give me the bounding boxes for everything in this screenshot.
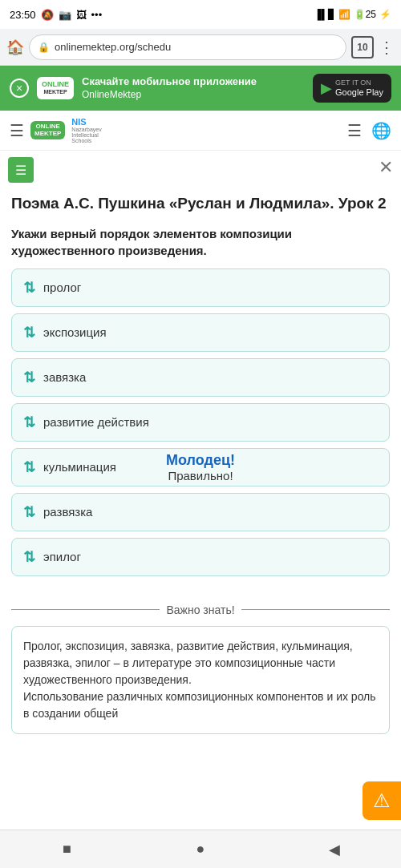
drag-icon: ⇅ [23,369,35,386]
site-nav-right: ☰ 🌐 [347,121,391,140]
answer-item-culmination[interactable]: ⇅ кульминация Молодец! Правильно! [11,448,390,486]
banner-close-button[interactable]: × [10,79,29,98]
nis-logo-block: NIS NazarbayevIntellectualSchools [71,117,101,143]
photo-icon: 📷 [59,9,71,21]
app-banner: × ONLINE MEKTEP Скачайте мобильное прило… [0,66,401,111]
banner-logo: ONLINE MEKTEP [37,77,74,99]
content-header-row: ☰ ✕ [0,151,401,189]
url-bar[interactable]: 🔒 onlinemektep.org/schedu [29,34,346,60]
site-navigation: ☰ ONLINE MEKTEP NIS NazarbayevIntellectu… [0,111,401,151]
time-display: 23:50 [10,9,36,21]
divider-line-right [241,609,390,610]
drag-icon: ⇅ [23,324,35,341]
site-nav-left: ☰ ONLINE MEKTEP NIS NazarbayevIntellectu… [10,117,102,143]
menu-lines-icon[interactable]: ☰ [10,121,24,140]
important-divider: Важно знать! [11,604,390,616]
play-store-icon: ▶ [321,79,332,97]
banner-text: Скачайте мобильное приложение OnlineMekt… [82,75,305,101]
answer-label: завязка [43,370,86,384]
answer-label: развитие действия [43,415,149,429]
site-logo: ONLINE MEKTEP [30,121,65,140]
drag-icon: ⇅ [23,503,35,521]
wifi-icon: 📶 [338,9,350,20]
more-dots: ••• [91,9,103,21]
answer-item[interactable]: ⇅ завязка [11,358,390,397]
congrats-pravilno: Правильно! [166,469,235,482]
answer-label: экспозиция [43,325,107,339]
congratulations-overlay: Молодец! Правильно! [166,452,235,482]
google-play-text: GET IT ON Google Play [335,79,383,98]
lock-icon: 🔒 [38,42,50,53]
important-text: Пролог, экспозиция, завязка, развитие де… [23,640,376,720]
recents-button[interactable]: ■ [51,834,83,866]
signal-icon: ▐▌▊ [314,9,335,20]
answer-item[interactable]: ⇅ пролог [11,268,390,307]
more-options-icon[interactable]: ⋮ [379,38,395,57]
list-view-icon[interactable]: ☰ [347,121,362,140]
square-icon: ■ [63,841,71,858]
circle-icon: ● [196,841,205,858]
tab-count[interactable]: 10 [351,36,374,59]
home-button[interactable]: ● [184,834,217,866]
warning-button[interactable]: ⚠ [363,781,401,820]
battery-icon: 🔋25 [354,9,376,20]
answer-list: ⇅ пролог ⇅ экспозиция ⇅ завязка ⇅ развит… [11,268,390,576]
drag-icon: ⇅ [23,279,35,297]
answer-item[interactable]: ⇅ развитие действия [11,403,390,442]
silent-icon: 🔕 [41,9,54,21]
important-section: Важно знать! Пролог, экспозиция, завязка… [0,591,401,742]
drag-icon: ⇅ [23,414,35,431]
answer-label: пролог [43,281,81,294]
important-box: Пролог, экспозиция, завязка, развитие де… [11,626,390,734]
answer-item[interactable]: ⇅ развязка [11,493,390,531]
hamburger-menu-button[interactable]: ☰ [8,157,34,183]
page-title: Поэма А.С. Пушкина «Руслан и Людмила». У… [0,189,401,225]
answer-label: эпилог [43,550,81,563]
drag-icon: ⇅ [23,458,35,476]
divider-label: Важно знать! [166,604,234,616]
back-button[interactable]: ◀ [318,834,350,866]
question-section: Укажи верный порядок элементов композици… [0,225,401,591]
status-right: ▐▌▊ 📶 🔋25 ⚡ [314,9,391,20]
home-icon[interactable]: 🏠 [6,38,24,56]
drag-icon: ⇅ [23,548,35,566]
congrats-molodec: Молодец! [166,452,235,469]
question-text: Укажи верный порядок элементов композици… [11,225,390,259]
status-left: 23:50 🔕 📷 🖼 ••• [10,9,102,21]
back-triangle-icon: ◀ [329,841,340,858]
browser-bar: 🏠 🔒 onlinemektep.org/schedu 10 ⋮ [0,29,401,66]
answer-label: кульминация [43,460,116,474]
charge-icon: ⚡ [379,9,391,20]
url-text: onlinemektep.org/schedu [55,41,171,53]
answer-label: развязка [43,505,92,519]
warning-icon: ⚠ [373,789,391,812]
screen-icon: 🖼 [76,9,87,21]
divider-line-left [11,609,160,610]
status-bar: 23:50 🔕 📷 🖼 ••• ▐▌▊ 📶 🔋25 ⚡ [0,0,401,29]
answer-item[interactable]: ⇅ экспозиция [11,313,390,352]
answer-item[interactable]: ⇅ эпилог [11,538,390,576]
globe-icon[interactable]: 🌐 [371,121,391,140]
bottom-navigation: ■ ● ◀ [0,830,401,868]
close-button[interactable]: ✕ [379,157,393,178]
google-play-button[interactable]: ▶ GET IT ON Google Play [313,74,391,103]
